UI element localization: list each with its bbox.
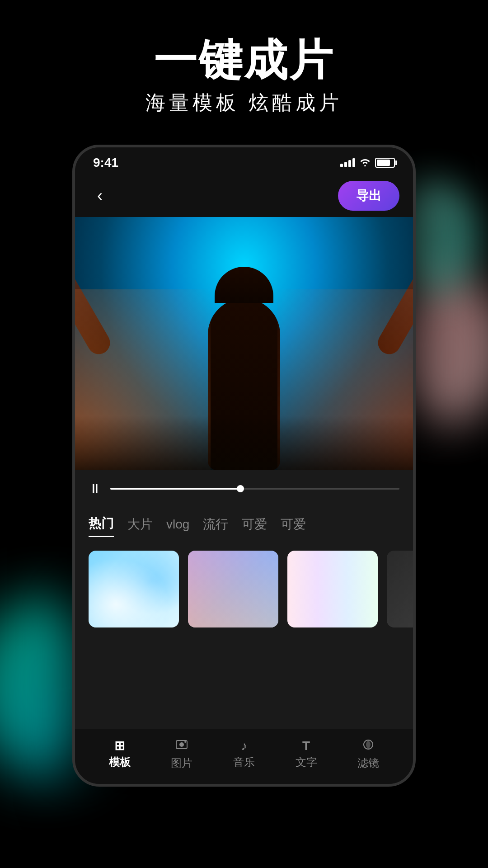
template-categories: 热门 大片 vlog 流行 可爱 可爱 [75,507,413,546]
category-item-popular[interactable]: 流行 [203,512,228,537]
thumb-3-deco [287,551,378,627]
nav-item-music[interactable]: ♪ 音乐 [233,740,255,769]
text-icon: T [302,740,310,752]
filter-icon [362,738,375,753]
signal-bar-2 [344,162,347,167]
nav-label-template: 模板 [109,755,131,769]
music-icon: ♪ [241,740,247,752]
timeline-thumb[interactable] [237,485,244,492]
video-canvas [75,217,413,470]
status-icons [340,156,395,169]
nav-label-photo: 图片 [171,756,192,770]
timeline-track[interactable] [110,488,399,490]
status-bar: 9:41 [75,147,413,175]
thumb-2-deco [188,551,278,627]
nav-item-template[interactable]: ⊞ 模板 [109,740,131,769]
signal-bar-3 [348,160,351,167]
export-button[interactable]: 导出 [338,181,399,211]
header-section: 一键成片 海量模板 炫酷成片 [0,36,488,116]
back-button[interactable]: ‹ [89,186,111,205]
header-subtitle: 海量模板 炫酷成片 [0,90,488,116]
bottom-nav: ⊞ 模板 图片 ♪ 音乐 T 文字 [75,729,413,784]
signal-bar-4 [352,158,355,167]
play-pause-button[interactable]: ⏸ [89,481,101,496]
nav-label-music: 音乐 [233,755,255,769]
svg-point-0 [364,165,366,166]
template-thumb-4[interactable] [387,551,413,627]
template-icon: ⊞ [114,740,125,752]
status-time: 9:41 [93,156,118,170]
svg-point-2 [179,742,184,747]
nav-label-text: 文字 [296,755,317,769]
timeline-bar: ⏸ [75,470,413,507]
category-item-cute2[interactable]: 可爱 [281,512,306,537]
signal-bars-icon [340,158,355,167]
nav-label-filter: 滤镜 [357,756,379,770]
category-item-movie[interactable]: 大片 [127,512,153,537]
nav-item-photo[interactable]: 图片 [171,738,192,770]
signal-bar-1 [340,164,343,167]
svg-point-3 [184,741,186,743]
category-item-cute1[interactable]: 可爱 [242,512,267,537]
timeline-progress [110,488,240,490]
app-nav-bar: ‹ 导出 [75,175,413,217]
battery-fill [377,160,390,166]
crowd-silhouettes [75,416,413,470]
phone-mockup: 9:41 ‹ 导出 [72,145,416,787]
nav-item-text[interactable]: T 文字 [296,740,317,769]
nav-item-filter[interactable]: 滤镜 [357,738,379,770]
template-thumb-1[interactable] [89,551,179,627]
template-thumb-3[interactable] [287,551,378,627]
template-thumb-2[interactable] [188,551,278,627]
battery-icon [375,158,395,168]
video-area [75,217,413,470]
wifi-icon [360,156,371,169]
category-item-trending[interactable]: 热门 [89,511,114,537]
thumb-1-deco [89,551,179,627]
photo-icon [175,738,188,753]
category-item-vlog[interactable]: vlog [166,514,189,535]
header-title: 一键成片 [0,36,488,84]
template-thumbnails [75,546,413,641]
